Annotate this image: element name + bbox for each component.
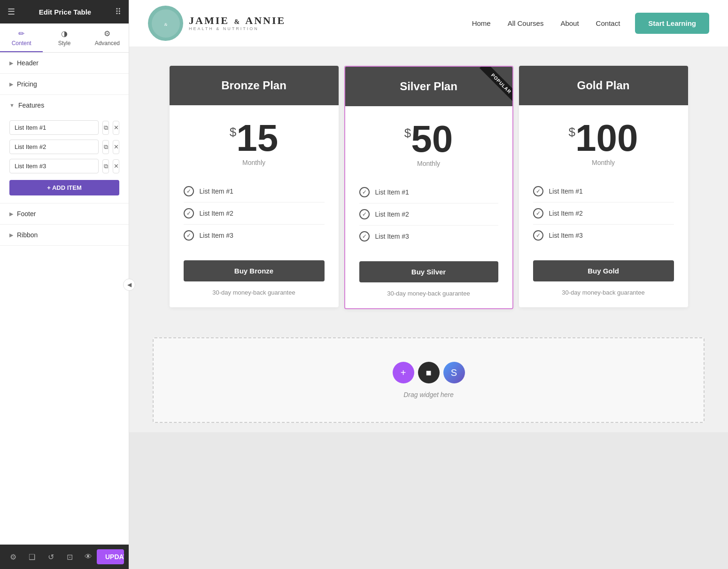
bronze-features: ✓ List Item #1 ✓ List Item #2 ✓ List Ite… — [170, 176, 339, 256]
list-item-input-3[interactable] — [9, 159, 99, 173]
bronze-feature-1: ✓ List Item #1 — [184, 180, 325, 203]
section-pricing[interactable]: ▶ Pricing — [0, 74, 129, 95]
gold-feature-1-text: List Item #1 — [549, 187, 583, 195]
check-icon: ✓ — [533, 230, 543, 241]
drag-widget-text: Drag widget here — [403, 391, 454, 398]
silver-feature-1: ✓ List Item #1 — [359, 181, 498, 203]
add-item-button[interactable]: + ADD ITEM — [9, 180, 119, 195]
tab-advanced[interactable]: ⚙ Advanced — [86, 23, 129, 52]
gold-feature-3: ✓ List Item #3 — [533, 225, 674, 246]
drag-widget-area[interactable]: + ■ S Drag widget here — [153, 337, 705, 423]
tab-style-label: Style — [58, 40, 71, 47]
tab-style[interactable]: ◑ Style — [43, 23, 85, 52]
silver-guarantee: 30-day money-back guarantee — [345, 290, 512, 308]
silver-header: Silver Plan POPULAR — [345, 67, 512, 106]
add-widget-icon[interactable]: + — [393, 362, 414, 383]
gold-amount: 100 — [575, 119, 638, 157]
tab-content-label: Content — [12, 40, 31, 47]
start-learning-button[interactable]: Start Learning — [635, 13, 709, 34]
bronze-amount: 15 — [236, 119, 278, 157]
collapse-handle[interactable]: ◀ — [123, 279, 135, 291]
bronze-cta-button[interactable]: Buy Bronze — [184, 260, 325, 281]
list-item-input-1[interactable] — [9, 120, 99, 135]
settings-bottom-icon[interactable]: ⚙ — [5, 548, 22, 565]
section-pricing-label: Pricing — [17, 80, 37, 88]
features-header[interactable]: ▼ Features — [0, 95, 129, 116]
square-widget-icon[interactable]: ■ — [418, 362, 440, 383]
gold-feature-3-text: List Item #3 — [549, 232, 583, 239]
nav-link-home[interactable]: Home — [472, 19, 491, 27]
nav-link-about[interactable]: About — [560, 19, 579, 27]
check-icon: ✓ — [184, 186, 194, 196]
list-item-copy-3[interactable]: ⧉ — [102, 159, 109, 173]
list-item-delete-3[interactable]: ✕ — [113, 159, 119, 173]
section-ribbon[interactable]: ▶ Ribbon — [0, 225, 129, 246]
gold-feature-2: ✓ List Item #2 — [533, 203, 674, 225]
check-icon: ✓ — [359, 231, 370, 242]
site-logo[interactable]: & JAMIE & ANNIE HEALTH & NUTRITION — [148, 6, 286, 41]
check-icon: ✓ — [359, 209, 370, 219]
grey-bottom-area — [129, 432, 728, 569]
responsive-bottom-icon[interactable]: ⊡ — [61, 548, 78, 565]
popular-ribbon: POPULAR — [470, 67, 512, 109]
features-body: ⧉ ✕ ⧉ ✕ ⧉ ✕ + ADD ITEM — [0, 116, 129, 203]
logo-text-block: JAMIE & ANNIE HEALTH & NUTRITION — [189, 15, 286, 31]
gold-period: Monthly — [528, 159, 679, 166]
left-panel: ☰ Edit Price Table ⠿ ✏ Content ◑ Style ⚙… — [0, 0, 129, 569]
section-header[interactable]: ▶ Header — [0, 53, 129, 74]
silver-cta-button[interactable]: Buy Silver — [359, 261, 498, 282]
section-features-label: Features — [18, 101, 44, 109]
update-button[interactable]: UPDATE ▲ — [97, 549, 124, 564]
gold-cta: Buy Gold — [519, 256, 688, 289]
list-item-copy-2[interactable]: ⧉ — [102, 140, 109, 154]
gold-price: $ 100 Monthly — [519, 105, 688, 176]
list-item-delete-1[interactable]: ✕ — [113, 121, 119, 135]
silver-title: Silver Plan — [400, 80, 457, 93]
grid-icon[interactable]: ⠿ — [115, 7, 121, 17]
gold-feature-1: ✓ List Item #1 — [533, 180, 674, 203]
bronze-guarantee: 30-day money-back guarantee — [170, 289, 339, 307]
gold-title: Gold Plan — [577, 79, 629, 92]
pricing-card-gold: Gold Plan $ 100 Monthly ✓ List Item #1 ✓… — [519, 66, 688, 307]
pricing-arrow: ▶ — [9, 81, 13, 87]
section-ribbon-label: Ribbon — [17, 231, 38, 239]
bronze-header: Bronze Plan — [170, 66, 339, 105]
gold-header: Gold Plan — [519, 66, 688, 105]
list-item-row-2: ⧉ ✕ — [9, 140, 119, 154]
section-footer[interactable]: ▶ Footer — [0, 203, 129, 225]
nav-link-courses[interactable]: All Courses — [508, 19, 544, 27]
stack-widget-icon[interactable]: S — [443, 362, 465, 383]
gold-cta-button[interactable]: Buy Gold — [533, 260, 674, 281]
gold-dollar: $ — [569, 125, 575, 140]
bronze-period: Monthly — [179, 159, 329, 166]
panel-tabs: ✏ Content ◑ Style ⚙ Advanced — [0, 23, 129, 53]
history-bottom-icon[interactable]: ↺ — [42, 548, 59, 565]
layers-bottom-icon[interactable]: ❑ — [23, 548, 40, 565]
pricing-section: Bronze Plan $ 15 Monthly ✓ List Item #1 … — [129, 47, 728, 328]
tab-content[interactable]: ✏ Content — [0, 23, 43, 52]
ribbon-arrow: ▶ — [9, 232, 13, 238]
list-item-input-2[interactable] — [9, 140, 99, 154]
logo-circle: & — [148, 6, 183, 41]
silver-feature-2-text: List Item #2 — [375, 210, 409, 218]
nav-link-contact[interactable]: Contact — [596, 19, 620, 27]
check-icon: ✓ — [533, 208, 543, 218]
pricing-card-silver: Silver Plan POPULAR $ 50 Monthly ✓ List … — [344, 66, 513, 309]
eye-bottom-icon[interactable]: 👁 — [80, 548, 97, 565]
silver-period: Monthly — [355, 160, 503, 167]
bronze-feature-2: ✓ List Item #2 — [184, 203, 325, 225]
advanced-icon: ⚙ — [104, 29, 110, 38]
panel-title: Edit Price Table — [39, 8, 91, 16]
silver-feature-3: ✓ List Item #3 — [359, 226, 498, 247]
footer-arrow: ▶ — [9, 211, 13, 217]
list-item-delete-2[interactable]: ✕ — [113, 140, 119, 154]
tab-advanced-label: Advanced — [95, 40, 120, 47]
check-icon: ✓ — [184, 230, 194, 241]
hamburger-icon[interactable]: ☰ — [8, 7, 15, 17]
bronze-dollar: $ — [230, 125, 236, 140]
bronze-feature-3: ✓ List Item #3 — [184, 225, 325, 246]
list-item-copy-1[interactable]: ⧉ — [102, 121, 109, 135]
style-icon: ◑ — [61, 29, 68, 38]
pricing-card-bronze: Bronze Plan $ 15 Monthly ✓ List Item #1 … — [170, 66, 339, 307]
section-features: ▼ Features ⧉ ✕ ⧉ ✕ ⧉ ✕ — [0, 95, 129, 203]
